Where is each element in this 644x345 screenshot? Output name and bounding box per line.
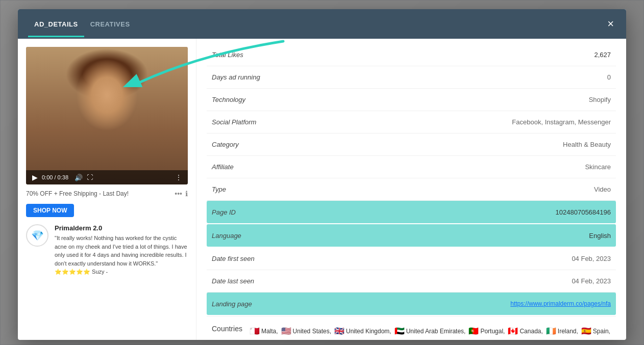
stat-label-language: Language — [212, 232, 241, 240]
stat-value-technology: Shopify — [589, 96, 611, 103]
stat-label-affiliate: Affiliate — [212, 163, 234, 171]
stat-row-total-likes: Total Likes 2,627 — [207, 44, 616, 66]
stat-value-affiliate: Skincare — [585, 163, 611, 171]
brand-icon: 💎 — [26, 224, 48, 247]
country-item-portugal: 🇵🇹 Portugal, — [468, 324, 505, 339]
stat-row-page-id: Page ID 102480705684196 — [207, 201, 616, 223]
flag-spain: 🇪🇸 — [581, 324, 591, 339]
stat-value-category: Health & Beauty — [563, 141, 611, 148]
country-item-canada: 🇨🇦 Canada, — [508, 324, 542, 339]
modal-header: AD_DETAILS CREATIVES × — [18, 9, 626, 39]
countries-header: Countries — [212, 323, 242, 335]
stat-label-category: Category — [212, 141, 239, 148]
country-item-spain: 🇪🇸 Spain, — [581, 324, 610, 339]
ad-title-icons: ••• ℹ — [175, 190, 188, 198]
stat-value-page-id: 102480705684196 — [556, 208, 611, 216]
country-item-us: 🇺🇸 United States, — [281, 324, 331, 339]
brand-review: "It really works! Nothing has worked for… — [55, 234, 188, 276]
flag-us: 🇺🇸 — [281, 324, 291, 339]
modal: AD_DETAILS CREATIVES × — [18, 9, 626, 340]
close-button[interactable]: × — [603, 16, 618, 32]
video-controls: ▶ 0:00 / 0:38 🔊 ⛶ ⋮ — [26, 170, 188, 184]
brand-name: Primalderm 2.0 — [55, 224, 188, 232]
country-name-us: United States, — [293, 326, 331, 337]
stat-label-page-id: Page ID — [212, 208, 236, 216]
brand-section: 💎 Primalderm 2.0 "It really works! Nothi… — [26, 224, 188, 276]
country-item-uk: 🇬🇧 United Kingdom, — [334, 324, 391, 339]
stat-row-date-last-seen: Date last seen 04 Feb, 2023 — [207, 270, 616, 293]
tab-creatives[interactable]: CREATIVES — [84, 11, 136, 37]
video-container[interactable]: ▶ 0:00 / 0:38 🔊 ⛶ ⋮ — [26, 47, 188, 184]
stat-row-landing-page: Landing page https://www.primalderm.co/p… — [207, 293, 616, 315]
country-name-ireland: Ireland, — [558, 326, 578, 337]
video-time: 0:00 / 0:38 — [42, 174, 68, 180]
person-image — [26, 47, 188, 184]
stat-row-category: Category Health & Beauty — [207, 134, 616, 156]
flag-malta: 🇲🇹 — [250, 324, 260, 339]
country-name-portugal: Portugal, — [480, 326, 505, 337]
stat-value-language: English — [589, 232, 611, 240]
country-name-uk: United Kingdom, — [346, 326, 391, 337]
fullscreen-button[interactable]: ⛶ — [87, 174, 93, 181]
ad-title-text: 70% OFF + Free Shipping - Last Day! — [26, 190, 129, 197]
modal-body: ▶ 0:00 / 0:38 🔊 ⛶ ⋮ 70% OFF + Free Shipp… — [18, 39, 626, 340]
stat-value-date-last-seen: 04 Feb, 2023 — [572, 277, 611, 285]
stat-row-affiliate: Affiliate Skincare — [207, 156, 616, 178]
country-item-malta: 🇲🇹 Malta, — [250, 324, 278, 339]
country-item-ireland: 🇮🇪 Ireland, — [546, 324, 578, 339]
stat-label-social-platform: Social Platform — [212, 118, 256, 126]
tab-ad-details[interactable]: AD_DETAILS — [28, 11, 84, 37]
stat-row-type: Type Video — [207, 178, 616, 201]
countries-list: Countries 🇲🇹 Malta, 🇺🇸 United States, 🇬🇧… — [212, 323, 611, 340]
shop-now-button[interactable]: SHOP NOW — [26, 204, 74, 217]
stat-label-landing-page: Landing page — [212, 300, 252, 308]
more-options-button[interactable]: ⋮ — [176, 174, 182, 181]
country-name-spain: Spain, — [593, 326, 610, 337]
flag-uae: 🇦🇪 — [394, 324, 405, 339]
countries-section: Countries 🇲🇹 Malta, 🇺🇸 United States, 🇬🇧… — [207, 316, 616, 340]
flag-portugal: 🇵🇹 — [468, 324, 479, 339]
country-name-uae: United Arab Emirates, — [406, 326, 466, 337]
stat-value-days-running: 0 — [607, 73, 611, 81]
flag-uk: 🇬🇧 — [334, 324, 344, 339]
stat-row-social-platform: Social Platform Facebook, Instagram, Mes… — [207, 111, 616, 134]
flag-ireland: 🇮🇪 — [546, 324, 556, 339]
country-name-canada: Canada, — [519, 326, 542, 337]
stat-row-date-first-seen: Date first seen 04 Feb, 2023 — [207, 248, 616, 270]
landing-page-link[interactable]: https://www.primalderm.co/pages/nfa — [510, 300, 611, 307]
country-name-malta: Malta, — [261, 326, 278, 337]
stat-label-date-first-seen: Date first seen — [212, 255, 255, 262]
stat-row-technology: Technology Shopify — [207, 89, 616, 111]
stat-label-technology: Technology — [212, 96, 245, 103]
stat-label-total-likes: Total Likes — [212, 51, 243, 59]
stat-row-days-running: Days ad running 0 — [207, 66, 616, 89]
info-icon[interactable]: ℹ — [185, 190, 188, 198]
play-button[interactable]: ▶ — [32, 173, 38, 181]
stat-value-date-first-seen: 04 Feb, 2023 — [572, 255, 611, 262]
left-panel: ▶ 0:00 / 0:38 🔊 ⛶ ⋮ 70% OFF + Free Shipp… — [18, 39, 196, 340]
stat-label-type: Type — [212, 185, 226, 193]
stat-label-date-last-seen: Date last seen — [212, 277, 254, 285]
volume-button[interactable]: 🔊 — [75, 174, 83, 181]
stat-row-language: Language English — [207, 224, 616, 247]
flag-canada: 🇨🇦 — [508, 324, 518, 339]
ad-title-bar: 70% OFF + Free Shipping - Last Day! ••• … — [26, 190, 188, 198]
stat-value-social-platform: Facebook, Instagram, Messenger — [512, 118, 611, 126]
country-item-uae: 🇦🇪 United Arab Emirates, — [394, 324, 466, 339]
more-icon[interactable]: ••• — [175, 190, 182, 198]
stat-value-total-likes: 2,627 — [594, 51, 611, 59]
stat-value-type: Video — [594, 185, 611, 193]
video-thumbnail — [26, 47, 188, 184]
right-panel: Total Likes 2,627 Days ad running 0 Tech… — [196, 39, 626, 340]
stat-label-days-running: Days ad running — [212, 73, 260, 81]
brand-info: Primalderm 2.0 "It really works! Nothing… — [55, 224, 188, 276]
